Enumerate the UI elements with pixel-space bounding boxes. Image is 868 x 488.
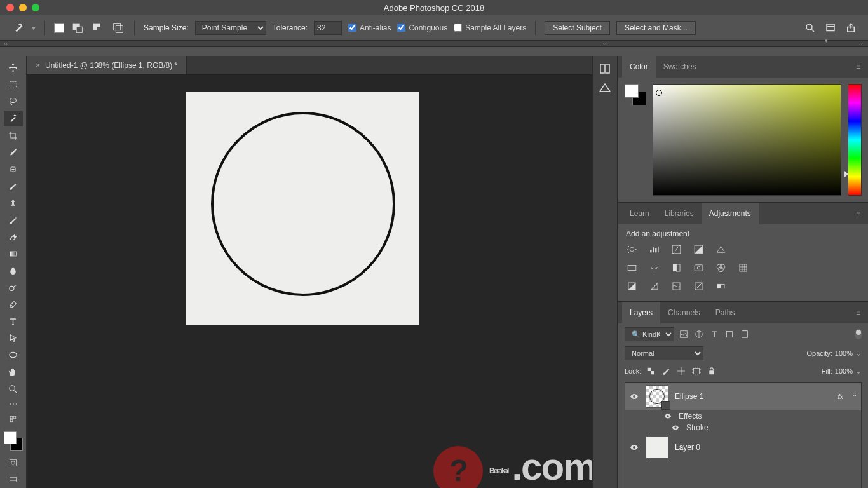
- select-and-mask-button[interactable]: Select and Mask...: [616, 21, 696, 35]
- collapse-effects-icon[interactable]: ⌃: [852, 393, 857, 400]
- contiguous-checkbox[interactable]: Contiguous: [397, 24, 447, 32]
- filter-smart-icon[interactable]: [739, 329, 750, 340]
- panel-menu-icon[interactable]: ≡: [852, 308, 864, 317]
- share-icon[interactable]: [845, 22, 857, 34]
- layer-filter-select[interactable]: 🔍 KindKind: [625, 327, 674, 341]
- layer-stroke-row[interactable]: Stroke: [625, 422, 861, 433]
- filter-shape-icon[interactable]: [724, 329, 735, 340]
- anti-alias-checkbox[interactable]: Anti-alias: [348, 24, 391, 32]
- crop-tool[interactable]: [4, 127, 23, 144]
- channels-tab[interactable]: Channels: [660, 302, 708, 323]
- magic-wand-icon[interactable]: [11, 21, 25, 35]
- color-lookup-icon[interactable]: [737, 262, 749, 274]
- visibility-icon[interactable]: [629, 391, 639, 402]
- screen-mode-icon[interactable]: [4, 472, 23, 488]
- document-tab[interactable]: × Untitled-1 @ 138% (Ellipse 1, RGB/8) *: [27, 56, 187, 74]
- workspace-switcher-icon[interactable]: ▾: [825, 22, 836, 34]
- intersect-selection-icon[interactable]: [111, 21, 125, 35]
- maximize-window[interactable]: [32, 4, 39, 11]
- blur-tool[interactable]: [4, 262, 23, 279]
- dodge-tool[interactable]: [4, 280, 23, 296]
- libraries-tab[interactable]: Libraries: [657, 203, 702, 224]
- edit-toolbar-icon[interactable]: [4, 411, 23, 428]
- history-brush-tool[interactable]: [4, 212, 23, 228]
- lock-position-icon[interactable]: [675, 365, 687, 377]
- fill-value[interactable]: 100%: [835, 367, 853, 375]
- threshold-icon[interactable]: [670, 280, 682, 292]
- toolbar-collapse-icon[interactable]: ‹‹: [0, 41, 11, 46]
- pen-tool[interactable]: [4, 296, 23, 313]
- invert-icon[interactable]: [626, 280, 638, 292]
- filter-type-icon[interactable]: [709, 329, 720, 340]
- history-panel-icon[interactable]: [597, 61, 613, 76]
- color-field[interactable]: [653, 84, 841, 196]
- lock-paint-icon[interactable]: [660, 365, 672, 377]
- clone-stamp-tool[interactable]: [4, 195, 23, 212]
- adjustments-tab[interactable]: Adjustments: [702, 203, 759, 224]
- layer-thumbnail[interactable]: [646, 385, 668, 408]
- zoom-tool[interactable]: [4, 381, 23, 397]
- brightness-icon[interactable]: [626, 243, 638, 255]
- filter-pixel-icon[interactable]: [678, 329, 689, 340]
- tool-overflow-icon[interactable]: ⋯: [9, 399, 18, 409]
- learn-tab[interactable]: Learn: [622, 203, 657, 224]
- foreground-background-swatch[interactable]: [4, 431, 23, 451]
- vibrance-icon[interactable]: [715, 243, 727, 255]
- layers-tab[interactable]: Layers: [622, 302, 660, 323]
- layer-effects-row[interactable]: Effects: [625, 410, 861, 422]
- black-white-icon[interactable]: [670, 262, 682, 274]
- visibility-icon[interactable]: [671, 423, 680, 432]
- dock-collapse-icon[interactable]: ‹‹: [592, 41, 618, 46]
- posterize-icon[interactable]: [648, 280, 660, 292]
- selective-color-icon[interactable]: [693, 280, 705, 292]
- layer-layer-0[interactable]: Layer 0: [625, 433, 861, 461]
- layer-ellipse-1[interactable]: Ellipse 1 fx ⌃: [625, 383, 861, 410]
- sample-all-layers-checkbox[interactable]: Sample All Layers: [454, 24, 526, 32]
- tolerance-input[interactable]: [314, 21, 342, 35]
- visibility-icon[interactable]: [663, 412, 672, 421]
- opacity-value[interactable]: 100%: [835, 349, 853, 357]
- hand-tool[interactable]: [4, 364, 23, 381]
- panels-collapse-icon[interactable]: ››: [618, 41, 868, 46]
- filter-adjustment-icon[interactable]: [693, 329, 705, 340]
- panel-menu-icon[interactable]: ≡: [852, 209, 864, 218]
- select-subject-button[interactable]: Select Subject: [545, 21, 610, 35]
- curves-icon[interactable]: [670, 243, 682, 255]
- add-selection-icon[interactable]: [71, 21, 85, 35]
- brush-tool[interactable]: [4, 178, 23, 194]
- layer-name[interactable]: Layer 0: [675, 443, 857, 452]
- close-tab-icon[interactable]: ×: [36, 61, 40, 70]
- close-window[interactable]: [6, 4, 14, 11]
- lock-all-icon[interactable]: [706, 365, 717, 377]
- fx-badge[interactable]: fx: [837, 393, 843, 400]
- type-tool[interactable]: [4, 313, 23, 330]
- quick-mask-icon[interactable]: [4, 455, 23, 471]
- new-selection-icon[interactable]: [54, 23, 64, 33]
- opacity-dropdown-icon[interactable]: ⌄: [855, 349, 862, 358]
- search-icon[interactable]: [804, 22, 816, 34]
- eraser-tool[interactable]: [4, 229, 23, 245]
- color-fb-swatch[interactable]: [625, 84, 646, 105]
- color-balance-icon[interactable]: [648, 262, 660, 274]
- canvas-viewport[interactable]: ? Berakal.com: [27, 75, 592, 488]
- paths-tab[interactable]: Paths: [708, 302, 743, 323]
- fill-dropdown-icon[interactable]: ⌄: [855, 367, 862, 376]
- lasso-tool[interactable]: [4, 93, 23, 110]
- swatches-tab[interactable]: Swatches: [656, 56, 704, 78]
- levels-icon[interactable]: [648, 243, 660, 255]
- filter-toggle[interactable]: [855, 329, 862, 339]
- color-tab[interactable]: Color: [622, 56, 656, 78]
- lock-artboard-icon[interactable]: [691, 365, 702, 377]
- move-tool[interactable]: [4, 60, 23, 76]
- ellipse-tool[interactable]: [4, 347, 23, 363]
- healing-brush-tool[interactable]: [4, 161, 23, 178]
- magic-wand-tool[interactable]: [4, 111, 23, 127]
- panel-menu-icon[interactable]: ≡: [852, 62, 864, 71]
- visibility-icon[interactable]: [629, 442, 639, 452]
- lock-transparency-icon[interactable]: [645, 365, 656, 377]
- blend-mode-select[interactable]: Normal: [625, 346, 703, 360]
- layer-thumbnail[interactable]: [646, 436, 668, 459]
- photo-filter-icon[interactable]: [693, 262, 705, 274]
- path-selection-tool[interactable]: [4, 330, 23, 347]
- marquee-tool[interactable]: [4, 77, 23, 93]
